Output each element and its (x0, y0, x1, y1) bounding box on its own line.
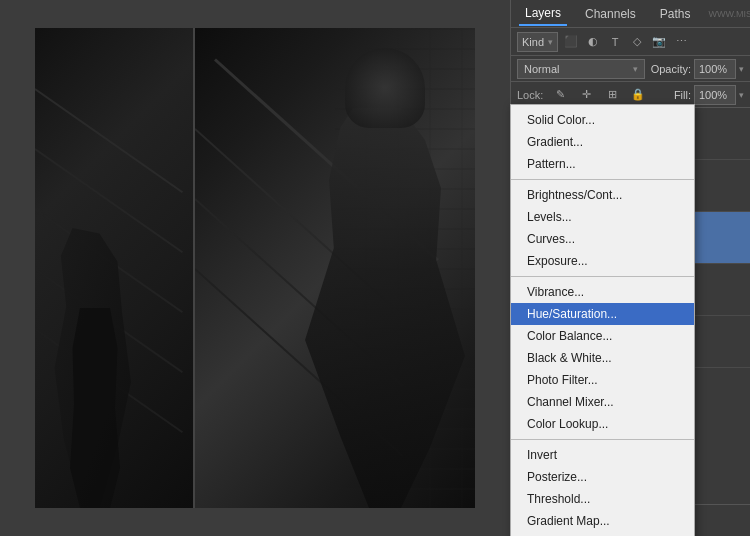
canvas-content (35, 28, 475, 508)
layers-panel: Layers Channels Paths WWW.MISSYUAN.COM K… (510, 0, 750, 536)
menu-item[interactable]: Black & White... (511, 347, 694, 369)
kind-dropdown-arrow: ▾ (548, 37, 553, 47)
adjustment-layer-menu: Solid Color...Gradient...Pattern...Brigh… (510, 104, 695, 536)
menu-item[interactable]: Color Lookup... (511, 413, 694, 435)
opacity-control: Opacity: 100% ▾ (651, 59, 744, 79)
menu-item[interactable]: Threshold... (511, 488, 694, 510)
canvas-area (0, 0, 510, 536)
blend-mode-value: Normal (524, 63, 559, 75)
fill-label: Fill: (674, 89, 691, 101)
fill-input[interactable]: 100% (694, 85, 736, 105)
menu-item[interactable]: Invert (511, 444, 694, 466)
canvas-right-image (195, 28, 475, 508)
filter-type-smart-icon[interactable]: 📷 (650, 33, 668, 51)
watermark: WWW.MISSYUAN.COM (708, 9, 750, 19)
filter-type-shape-icon[interactable]: ◇ (628, 33, 646, 51)
menu-item[interactable]: Solid Color... (511, 109, 694, 131)
menu-item[interactable]: Selective Color... (511, 532, 694, 536)
blend-mode-row: Normal ▾ Opacity: 100% ▾ (511, 56, 750, 82)
menu-item[interactable]: Gradient... (511, 131, 694, 153)
menu-separator (511, 179, 694, 180)
menu-item[interactable]: Vibrance... (511, 281, 694, 303)
menu-separator (511, 439, 694, 440)
tab-layers[interactable]: Layers (519, 2, 567, 26)
opacity-label: Opacity: (651, 63, 691, 75)
menu-item[interactable]: Channel Mixer... (511, 391, 694, 413)
opacity-arrow: ▾ (739, 64, 744, 74)
kind-label: Kind (522, 36, 544, 48)
menu-item[interactable]: Exposure... (511, 250, 694, 272)
kind-dropdown[interactable]: Kind ▾ (517, 32, 558, 52)
filter-type-adjust-icon[interactable]: ◐ (584, 33, 602, 51)
menu-item[interactable]: Pattern... (511, 153, 694, 175)
tab-channels[interactable]: Channels (579, 3, 642, 25)
menu-item[interactable]: Brightness/Cont... (511, 184, 694, 206)
lock-position-icon[interactable]: ✛ (577, 86, 595, 104)
panel-header: Layers Channels Paths WWW.MISSYUAN.COM (511, 0, 750, 28)
lock-transform-icon[interactable]: ⊞ (603, 86, 621, 104)
menu-separator (511, 276, 694, 277)
lock-all-icon[interactable]: 🔒 (629, 86, 647, 104)
blend-dropdown-arrow: ▾ (633, 64, 638, 74)
lock-label: Lock: (517, 89, 543, 101)
fill-control: Fill: 100% ▾ (674, 85, 744, 105)
menu-item[interactable]: Color Balance... (511, 325, 694, 347)
opacity-input[interactable]: 100% (694, 59, 736, 79)
canvas-left-image (35, 28, 195, 508)
menu-item[interactable]: Gradient Map... (511, 510, 694, 532)
filter-type-extra-icon[interactable]: ⋯ (672, 33, 690, 51)
filter-toolbar: Kind ▾ ⬛ ◐ T ◇ 📷 ⋯ (511, 28, 750, 56)
menu-item[interactable]: Photo Filter... (511, 369, 694, 391)
menu-item[interactable]: Levels... (511, 206, 694, 228)
filter-type-text-icon[interactable]: T (606, 33, 624, 51)
lock-pixels-icon[interactable]: ✎ (551, 86, 569, 104)
fill-arrow: ▾ (739, 90, 744, 100)
tab-paths[interactable]: Paths (654, 3, 697, 25)
menu-item[interactable]: Curves... (511, 228, 694, 250)
blend-mode-dropdown[interactable]: Normal ▾ (517, 59, 645, 79)
menu-item[interactable]: Posterize... (511, 466, 694, 488)
menu-item[interactable]: Hue/Saturation... (511, 303, 694, 325)
filter-type-pixel-icon[interactable]: ⬛ (562, 33, 580, 51)
